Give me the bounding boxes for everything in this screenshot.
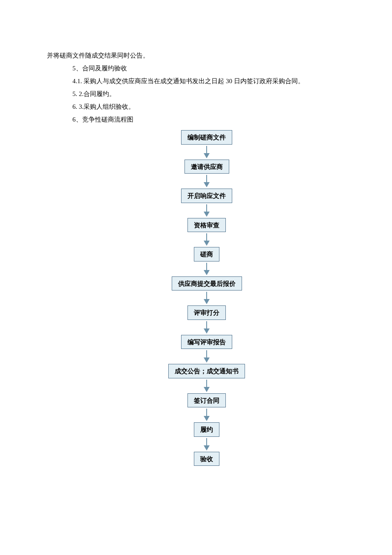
flow-arrow-icon [204,174,210,189]
flow-arrow-icon [204,437,210,452]
flow-arrow-icon [204,349,210,364]
flow-step-2: 邀请供应商 [184,160,229,174]
section-6-heading: 6、竞争性磋商流程图 [47,113,345,126]
flow-step-4: 资格审查 [187,218,226,232]
document-body: 并将磋商文件随成交结果同时公告。 5、合同及履约验收 4.1. 采购人与成交供应… [47,49,345,466]
flow-step-6: 供应商提交最后报价 [172,276,242,291]
flowchart: 编制磋商文件 邀请供应商 开启响应文件 资格审查 磋商 供应商提交最后报价 评审… [68,130,345,466]
flow-arrow-icon [204,291,210,305]
flow-step-8: 编写评审报告 [181,335,232,349]
flow-step-11: 履约 [194,422,219,437]
flow-step-7: 评审打分 [187,305,226,320]
flow-arrow-icon [204,203,210,218]
paragraph-intro: 并将磋商文件随成交结果同时公告。 [47,49,345,62]
item-4-1: 4.1. 采购人与成交供应商应当在成交通知书发出之日起 30 日内签订政府采购合… [47,75,345,87]
flow-arrow-icon [204,232,210,247]
section-5-heading: 5、合同及履约验收 [47,62,345,75]
item-6-3: 6. 3.采购人组织验收。 [47,100,345,113]
item-5-2: 5. 2.合同履约。 [47,87,345,100]
flow-step-3: 开启响应文件 [181,189,232,203]
flow-arrow-icon [204,320,210,335]
flow-arrow-icon [204,262,210,276]
flow-arrow-icon [204,378,210,393]
flow-step-10: 签订合同 [187,393,226,408]
flow-step-12: 验收 [194,452,219,466]
flow-arrow-icon [204,145,210,160]
flow-arrow-icon [204,407,210,422]
flow-step-5: 磋商 [194,247,219,262]
flow-step-9: 成交公告；成交通知书 [168,364,245,378]
flow-step-1: 编制磋商文件 [181,130,232,145]
